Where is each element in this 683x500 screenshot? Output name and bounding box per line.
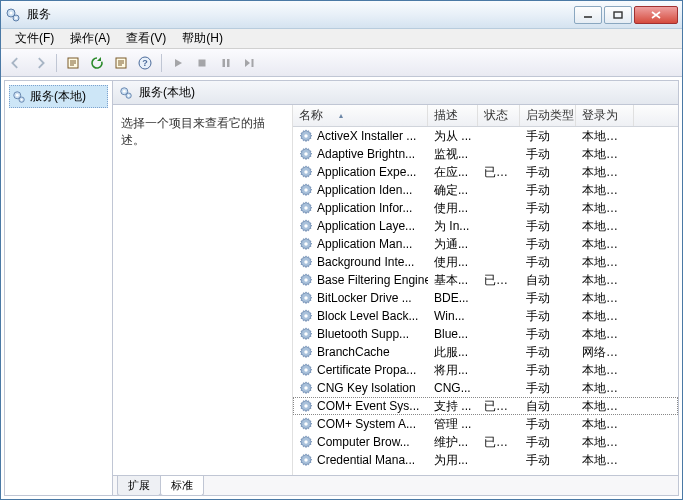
service-row[interactable]: Application Infor...使用...手动本地系统 (293, 199, 678, 217)
service-logon: 本地系统 (576, 434, 634, 451)
service-desc: Blue... (428, 327, 478, 341)
service-row[interactable]: ActiveX Installer ...为从 ...手动本地系统 (293, 127, 678, 145)
service-row[interactable]: Background Inte...使用...手动本地系统 (293, 253, 678, 271)
stop-service-button[interactable] (191, 52, 213, 74)
service-startup: 自动 (520, 398, 576, 415)
refresh-button[interactable] (86, 52, 108, 74)
col-status[interactable]: 状态 (478, 105, 520, 126)
service-row[interactable]: BitLocker Drive ...BDE...手动本地系统 (293, 289, 678, 307)
service-row[interactable]: CNG Key IsolationCNG...手动本地系统 (293, 379, 678, 397)
service-startup: 手动 (520, 452, 576, 469)
service-logon: 本地系统 (576, 452, 634, 469)
tab-standard[interactable]: 标准 (160, 476, 204, 496)
back-button[interactable] (5, 52, 27, 74)
service-name: COM+ System A... (317, 417, 416, 431)
col-startup[interactable]: 启动类型 (520, 105, 576, 126)
help-button[interactable] (134, 52, 156, 74)
service-name: Background Inte... (317, 255, 414, 269)
window-title: 服务 (27, 6, 572, 23)
service-row[interactable]: Block Level Back...Win...手动本地系统 (293, 307, 678, 325)
service-desc: 确定... (428, 182, 478, 199)
service-row[interactable]: COM+ System A...管理 ...手动本地系统 (293, 415, 678, 433)
tree-root-item[interactable]: 服务(本地) (9, 85, 108, 108)
service-name: COM+ Event Sys... (317, 399, 419, 413)
gear-icon (299, 381, 313, 395)
gear-icon (299, 363, 313, 377)
service-status: 已启动 (478, 272, 520, 289)
tree-root-label: 服务(本地) (30, 88, 86, 105)
app-icon (5, 7, 21, 23)
gear-icon (299, 399, 313, 413)
body: 服务(本地) 服务(本地) 选择一个项目来查看它的描述。 名称 描述 状态 启动… (4, 80, 679, 496)
service-row[interactable]: Credential Mana...为用...手动本地系统 (293, 451, 678, 469)
service-row[interactable]: BranchCache此服...手动网络服务 (293, 343, 678, 361)
service-desc: 为通... (428, 236, 478, 253)
menu-view[interactable]: 查看(V) (118, 28, 174, 49)
service-logon: 本地服务 (576, 326, 634, 343)
service-logon: 本地服务 (576, 182, 634, 199)
service-row[interactable]: Application Laye...为 In...手动本地服务 (293, 217, 678, 235)
pause-service-button[interactable] (215, 52, 237, 74)
gear-icon (299, 237, 313, 251)
col-name[interactable]: 名称 (293, 105, 428, 126)
service-row[interactable]: Application Iden...确定...手动本地服务 (293, 181, 678, 199)
tab-strip: 扩展 标准 (113, 475, 678, 495)
menu-action[interactable]: 操作(A) (62, 28, 118, 49)
service-name: BitLocker Drive ... (317, 291, 412, 305)
service-name: Adaptive Brightn... (317, 147, 415, 161)
service-name: Application Man... (317, 237, 412, 251)
titlebar[interactable]: 服务 (1, 1, 682, 29)
minimize-button[interactable] (574, 6, 602, 24)
close-button[interactable] (634, 6, 678, 24)
service-status: 已启动 (478, 398, 520, 415)
maximize-button[interactable] (604, 6, 632, 24)
service-row[interactable]: Base Filtering Engine基本...已启动自动本地服务 (293, 271, 678, 289)
service-name: Certificate Propa... (317, 363, 416, 377)
right-pane: 服务(本地) 选择一个项目来查看它的描述。 名称 描述 状态 启动类型 登录为 … (113, 81, 678, 495)
toolbar-separator (161, 54, 162, 72)
service-desc: 维护... (428, 434, 478, 451)
service-logon: 本地系统 (576, 380, 634, 397)
export-list-button[interactable] (62, 52, 84, 74)
detail-pane: 选择一个项目来查看它的描述。 (113, 105, 293, 475)
restart-service-button[interactable] (239, 52, 261, 74)
forward-button[interactable] (29, 52, 51, 74)
service-name: Application Laye... (317, 219, 415, 233)
service-name: Bluetooth Supp... (317, 327, 409, 341)
gear-icon (299, 201, 313, 215)
tree-pane: 服务(本地) (5, 81, 113, 495)
service-row[interactable]: Bluetooth Supp...Blue...手动本地服务 (293, 325, 678, 343)
menu-help[interactable]: 帮助(H) (174, 28, 231, 49)
service-desc: Win... (428, 309, 478, 323)
service-row[interactable]: COM+ Event Sys...支持 ...已启动自动本地服务 (293, 397, 678, 415)
service-name: CNG Key Isolation (317, 381, 416, 395)
service-desc: 使用... (428, 200, 478, 217)
properties-button[interactable] (110, 52, 132, 74)
services-window: 服务 文件(F) 操作(A) 查看(V) 帮助(H) 服务(本地) (0, 0, 683, 500)
service-rows[interactable]: ActiveX Installer ...为从 ...手动本地系统Adaptiv… (293, 127, 678, 475)
col-desc[interactable]: 描述 (428, 105, 478, 126)
gear-icon (299, 219, 313, 233)
service-row[interactable]: Adaptive Brightn...监视...手动本地服务 (293, 145, 678, 163)
service-row[interactable]: Certificate Propa...将用...手动本地系统 (293, 361, 678, 379)
toolbar-separator (56, 54, 57, 72)
gear-icon (299, 147, 313, 161)
service-logon: 本地服务 (576, 398, 634, 415)
gear-icon (299, 183, 313, 197)
service-desc: 基本... (428, 272, 478, 289)
menu-file[interactable]: 文件(F) (7, 28, 62, 49)
service-startup: 手动 (520, 254, 576, 271)
service-row[interactable]: Application Expe...在应...已启动手动本地系统 (293, 163, 678, 181)
start-service-button[interactable] (167, 52, 189, 74)
service-logon: 本地系统 (576, 362, 634, 379)
tab-extended[interactable]: 扩展 (117, 476, 161, 496)
service-row[interactable]: Computer Brow...维护...已启动手动本地系统 (293, 433, 678, 451)
col-logon[interactable]: 登录为 (576, 105, 634, 126)
service-status: 已启动 (478, 164, 520, 181)
service-desc: 为 In... (428, 218, 478, 235)
service-logon: 本地系统 (576, 236, 634, 253)
service-logon: 本地服务 (576, 146, 634, 163)
service-startup: 手动 (520, 236, 576, 253)
service-startup: 手动 (520, 218, 576, 235)
service-row[interactable]: Application Man...为通...手动本地系统 (293, 235, 678, 253)
